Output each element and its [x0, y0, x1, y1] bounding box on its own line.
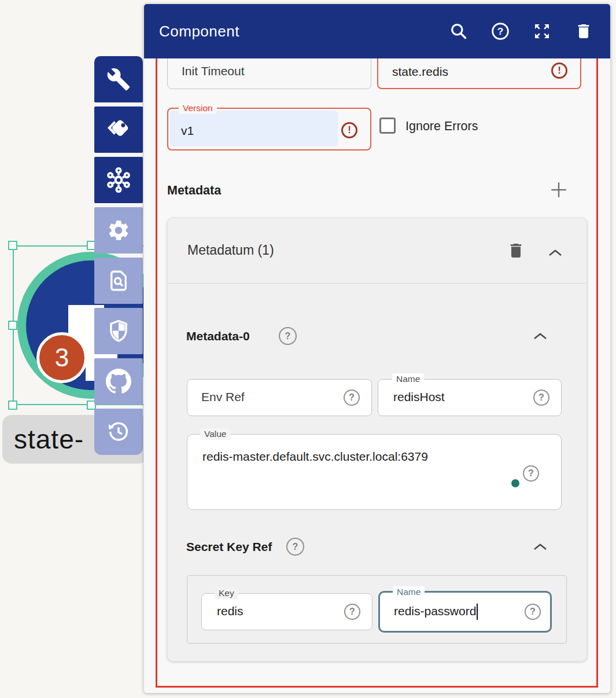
metadata-name-field[interactable]: Name redisHost: [378, 379, 562, 416]
secret-name-field[interactable]: Name redis-password: [378, 591, 552, 633]
gear-icon: [106, 218, 131, 243]
value-text: redis-master.default.svc.cluster.local:6…: [202, 450, 428, 464]
divider: [168, 283, 587, 284]
help-icon[interactable]: [279, 327, 297, 345]
init-timeout-placeholder: Init Timeout: [182, 64, 245, 78]
history-icon: [106, 420, 131, 444]
hub-icon: [105, 167, 132, 193]
secret-name-label: Name: [393, 586, 425, 598]
help-icon[interactable]: [525, 604, 541, 620]
tag-icon: [106, 117, 131, 142]
shield-icon: [106, 319, 131, 343]
metadata-heading: Metadata: [167, 183, 221, 198]
search-icon[interactable]: [449, 22, 468, 41]
github-icon: [106, 369, 131, 394]
key-label: Key: [215, 587, 238, 599]
resize-dot[interactable]: [511, 479, 519, 487]
toolbar-relationships-button[interactable]: [94, 157, 143, 203]
help-icon[interactable]: [286, 538, 304, 556]
value-label: Value: [200, 428, 231, 440]
app-canvas: 3 state-: [0, 0, 616, 698]
metadata-value-field[interactable]: Value redis-master.default.svc.cluster.l…: [187, 434, 562, 510]
text-caret: [477, 604, 478, 620]
collapse-metadatum-chevron[interactable]: [547, 248, 563, 258]
ignore-errors-label: Ignore Errors: [405, 118, 478, 134]
version-value: v1: [181, 124, 194, 138]
error-icon: [551, 63, 567, 79]
metadatum-title: Metadatum (1): [187, 243, 274, 258]
secret-name-value: redis-password: [394, 604, 476, 618]
component-panel: Init Timeout state.redis Version v1 Igno…: [143, 3, 611, 693]
trash-icon[interactable]: [574, 22, 593, 41]
wrench-icon: [106, 67, 131, 91]
version-field[interactable]: Version v1: [167, 108, 371, 150]
env-ref-placeholder: Env Ref: [201, 390, 245, 404]
secret-key-field[interactable]: Key redis: [201, 593, 372, 630]
selection-handle[interactable]: [8, 241, 17, 250]
toolbar-config-button[interactable]: [94, 56, 143, 102]
version-label: Version: [179, 102, 217, 114]
badge-count: 3: [55, 343, 69, 372]
toolbar-settings-button[interactable]: [94, 207, 143, 254]
selection-handle[interactable]: [8, 321, 17, 330]
secret-key-ref-group: Key redis Name redis-password: [187, 575, 567, 644]
toolbar-github-button[interactable]: [94, 358, 143, 405]
name-label: Name: [392, 373, 424, 385]
name-value: redisHost: [393, 390, 445, 404]
key-value: redis: [217, 604, 244, 618]
svg-text:?: ?: [497, 25, 504, 37]
panel-title: Component: [159, 23, 426, 41]
collapse-entry-chevron[interactable]: [532, 332, 548, 341]
document-search-icon: [106, 269, 131, 293]
error-count-badge: 3: [36, 332, 87, 383]
toolbar-inspect-button[interactable]: [94, 258, 143, 304]
expand-icon[interactable]: [533, 22, 551, 41]
env-ref-field[interactable]: Env Ref: [187, 379, 372, 416]
toolbar-labels-button[interactable]: [94, 106, 143, 153]
panel-header: Component ?: [144, 4, 610, 58]
error-icon: [341, 122, 357, 138]
help-icon[interactable]: [533, 390, 549, 406]
secret-key-ref-heading: Secret Key Ref: [186, 540, 272, 554]
selection-handle[interactable]: [8, 401, 17, 410]
delete-metadatum-button[interactable]: [507, 241, 525, 260]
ignore-errors-checkbox[interactable]: [379, 117, 396, 134]
metadata-entry-heading: Metadata-0: [186, 329, 250, 343]
node-toolbar: [94, 56, 143, 459]
collapse-secret-chevron[interactable]: [532, 542, 548, 552]
help-icon[interactable]: [523, 465, 539, 482]
toolbar-history-button[interactable]: [94, 409, 143, 455]
metadatum-card: Metadatum (1) Metadata-0 Env Ref Name re…: [167, 218, 587, 662]
component-type-value: state.redis: [392, 65, 448, 79]
help-icon[interactable]: ?: [491, 22, 510, 41]
add-metadata-button[interactable]: [549, 180, 569, 200]
help-icon[interactable]: [344, 390, 360, 406]
version-field-fill: [170, 111, 338, 146]
toolbar-security-button[interactable]: [94, 308, 143, 354]
help-icon[interactable]: [344, 604, 360, 620]
